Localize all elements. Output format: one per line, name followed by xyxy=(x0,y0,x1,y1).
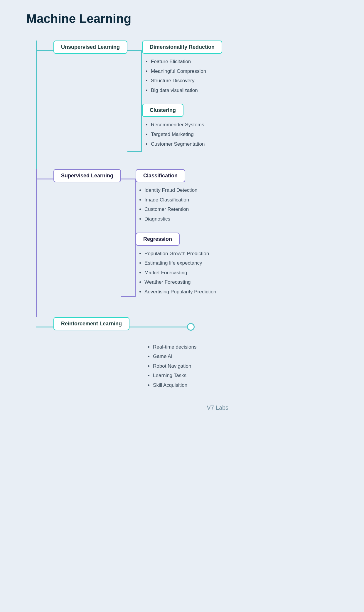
list-item: Robot Navigation xyxy=(153,362,228,371)
reinforcement-content: Real-time decisions Game AI Robot Naviga… xyxy=(144,317,228,393)
list-item: Image Classification xyxy=(144,196,228,205)
page-container: Machine Learning Unsupervised Learning xyxy=(18,12,228,411)
supervised-label: Supervised Learning xyxy=(61,173,113,179)
list-item: Recommender Systems xyxy=(151,120,228,130)
list-item: Learning Tasks xyxy=(153,371,228,380)
page-title: Machine Learning xyxy=(26,12,228,26)
list-item: Skill Acquisition xyxy=(153,381,228,390)
reinforcement-list: Real-time decisions Game AI Robot Naviga… xyxy=(144,343,228,390)
list-item: Game AI xyxy=(153,352,228,361)
footer-label: V7 Labs xyxy=(207,404,228,411)
unsupervised-subbranches: Dimensionality Reduction Feature Elicita… xyxy=(142,41,228,152)
list-item: Real-time decisions xyxy=(153,343,228,352)
diagram: Unsupervised Learning Dimensionality Red… xyxy=(18,41,228,393)
list-item: Structure Discovery xyxy=(151,76,228,85)
regression-block: Regression Population Growth Prediction … xyxy=(136,233,228,297)
list-item: Customer Segmentation xyxy=(151,140,228,149)
list-item: Weather Forecasting xyxy=(144,278,228,287)
dimensionality-label: Dimensionality Reduction xyxy=(150,44,215,50)
section-reinforcement: Reinforcement Learning Real-time decisio… xyxy=(18,317,228,393)
unsupervised-label: Unsupervised Learning xyxy=(61,44,120,50)
reinforcement-node: Reinforcement Learning xyxy=(53,317,129,393)
dimensionality-list: Feature Elicitation Meaningful Compressi… xyxy=(142,57,228,95)
classification-label: Classification xyxy=(143,173,178,179)
section-supervised: Supervised Learning Classification xyxy=(18,169,228,299)
supervised-node: Supervised Learning xyxy=(53,169,121,299)
list-item: Customer Retention xyxy=(144,205,228,214)
list-item: Population Growth Prediction xyxy=(144,249,228,258)
classification-block: Classification Identity Fraud Detection … xyxy=(136,169,228,223)
classification-list: Identity Fraud Detection Image Classific… xyxy=(136,186,228,223)
clustering-label: Clustering xyxy=(150,107,176,113)
section-unsupervised: Unsupervised Learning Dimensionality Red… xyxy=(18,41,228,152)
list-item: Advertising Popularity Prediction xyxy=(144,287,228,297)
list-item: Meaningful Compression xyxy=(151,67,228,76)
list-item: Feature Elicitation xyxy=(151,57,228,66)
supervised-subbranches: Classification Identity Fraud Detection … xyxy=(136,169,228,299)
list-item: Big data visualization xyxy=(151,86,228,95)
regression-list: Population Growth Prediction Estimating … xyxy=(136,249,228,297)
dimensionality-reduction-block: Dimensionality Reduction Feature Elicita… xyxy=(142,41,228,95)
list-item: Diagnostics xyxy=(144,215,228,224)
list-item: Market Forecasting xyxy=(144,268,228,278)
clustering-block: Clustering Recommender Systems Targeted … xyxy=(142,104,228,149)
footer: V7 Labs xyxy=(18,404,228,411)
list-item: Estimating life expectancy xyxy=(144,259,228,268)
reinforcement-label: Reinforcement Learning xyxy=(61,321,122,327)
list-item: Targeted Marketing xyxy=(151,130,228,139)
regression-label: Regression xyxy=(143,236,172,242)
list-item: Identity Fraud Detection xyxy=(144,186,228,195)
clustering-list: Recommender Systems Targeted Marketing C… xyxy=(142,120,228,149)
unsupervised-node: Unsupervised Learning xyxy=(53,41,127,152)
